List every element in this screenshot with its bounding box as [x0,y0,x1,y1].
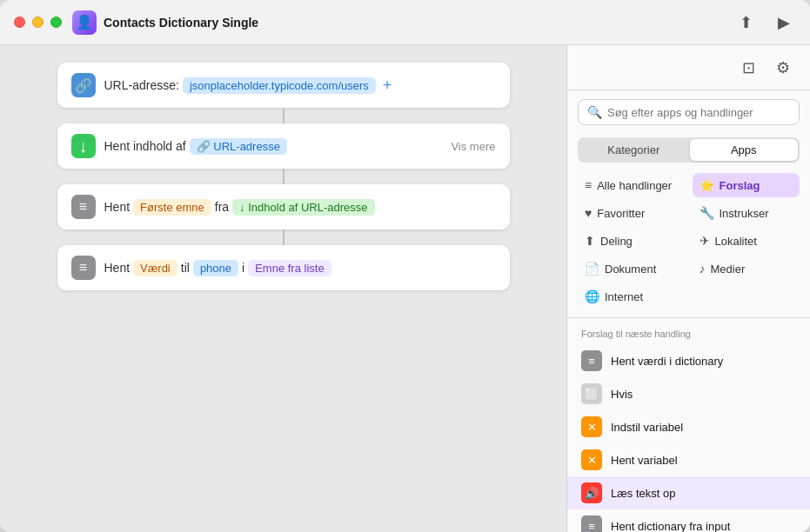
sug-indstil-var-icon: ✕ [581,416,602,437]
fetch-token[interactable]: 🔗 URL-adresse [190,138,287,155]
phone-token[interactable]: phone [193,260,238,276]
connector-1 [283,108,285,123]
fetch-card: ↓ Hent indhold af 🔗 URL-adresse Vis mere [57,123,510,169]
cat-lokalitet[interactable]: ✈ Lokalitet [693,229,800,253]
connector-3 [283,229,285,245]
suggestions-section: Forslag til næste handling ≡ Hent værdi … [567,318,810,532]
sug-hent-vaerdi-icon: ≡ [581,350,602,371]
url-card-icon: 🔗 [71,73,96,97]
cat-medier-label: Medier [711,263,746,276]
categories-grid: ≡ Alle handlinger ⭐ Forslag ♥ Favoritter… [567,170,810,318]
cat-internet[interactable]: 🌐 Internet [578,284,686,309]
traffic-lights [14,17,62,28]
sug-hvis-label: Hvis [611,388,633,401]
fullscreen-button[interactable] [50,17,62,28]
search-input[interactable] [607,106,790,119]
cat-medier[interactable]: ♪ Medier [693,256,800,281]
cat-alle[interactable]: ≡ Alle handlinger [578,173,686,197]
panel-settings-icon: ⚙ [776,58,790,77]
vis-mere-label[interactable]: Vis mere [451,140,495,153]
sug-laes-tekst-label: Læs tekst op [611,487,675,500]
cat-forslag[interactable]: ⭐ Forslag [693,173,800,197]
cat-instrukser-label: Instrukser [720,207,769,220]
play-icon: ▶ [778,13,790,32]
til-label: til [181,261,190,275]
category-tabs: Kategorier Apps [578,137,800,163]
fetch-card-content: Hent indhold af 🔗 URL-adresse [104,138,443,155]
get-first-card: ≡ Hent Første emne fra ↓ Indhold af URL-… [57,184,510,229]
sug-hent-var[interactable]: ✕ Hent variabel [567,443,810,476]
alle-icon: ≡ [585,178,592,192]
url-content-token[interactable]: ↓ Indhold af URL-adresse [232,199,374,216]
get-first-card-icon: ≡ [71,195,96,219]
app-window: 👤 Contacts Dictionary Single ⬆ ▶ 🔗 URL-a… [0,0,810,532]
cat-favoritter-label: Favoritter [597,207,645,220]
first-token[interactable]: Første emne [133,199,211,216]
sug-hvis-icon: ⬜ [581,383,602,404]
vaerdi-token[interactable]: Værdi [133,260,177,276]
url-label: URL-adresse: [104,78,179,92]
search-bar: 🔍 [578,99,800,125]
get-value-card: ≡ Hent Værdi til phone i Emne fra liste [57,245,510,290]
get-value-card-content: Hent Værdi til phone i Emne fra liste [104,260,496,276]
right-panel: ⊡ ⚙ 🔍 Kategorier Apps ≡ Alle handl [566,45,810,532]
lokalitet-icon: ✈ [700,234,710,248]
cat-favoritter[interactable]: ♥ Favoritter [578,201,686,225]
forslag-icon: ⭐ [700,178,714,192]
sug-indstil-var[interactable]: ✕ Indstil variabel [567,410,810,443]
favoritter-icon: ♥ [585,206,592,220]
share-button[interactable]: ⬆ [733,10,758,35]
sug-hent-vaerdi[interactable]: ≡ Hent værdi i dictionary [567,344,810,377]
cat-forslag-label: Forslag [720,179,760,192]
dokument-icon: 📄 [585,262,599,276]
cat-deling[interactable]: ⬆ Deling [578,229,686,253]
cat-deling-label: Deling [600,235,633,248]
titlebar: 👤 Contacts Dictionary Single ⬆ ▶ [0,0,810,45]
cat-dokument-label: Dokument [605,263,656,276]
cat-instrukser[interactable]: 🔧 Instrukser [693,201,800,225]
url-card: 🔗 URL-adresse: jsonplaceholder.typicode.… [57,63,510,108]
panel-toolbar: ⊡ ⚙ [567,45,810,90]
url-card-content: URL-adresse: jsonplaceholder.typicode.co… [104,76,496,95]
sug-hent-dict[interactable]: ≡ Hent dictionary fra input [567,509,810,532]
hent-label: Hent [104,261,131,275]
url-token[interactable]: jsonplaceholder.typicode.com/users [183,77,376,94]
sug-indstil-var-label: Indstil variabel [611,421,683,434]
sug-hent-dict-icon: ≡ [581,515,602,532]
tab-apps[interactable]: Apps [690,139,799,161]
cat-alle-label: Alle handlinger [597,179,672,192]
tab-kategorier[interactable]: Kategorier [579,139,688,161]
get-value-card-icon: ≡ [71,256,96,280]
fetch-label: Hent indhold af [104,139,186,153]
instrukser-icon: 🔧 [700,206,714,220]
main-content: 🔗 URL-adresse: jsonplaceholder.typicode.… [0,45,810,532]
share-icon: ⬆ [740,13,753,32]
suggestions-title: Forslag til næste handling [567,325,810,344]
sug-hent-vaerdi-label: Hent værdi i dictionary [611,355,723,368]
panel-view-button[interactable]: ⊡ [735,55,761,81]
window-title: Contacts Dictionary Single [104,16,733,30]
sug-laes-tekst[interactable]: 🔊 Læs tekst op [567,476,810,509]
deling-icon: ⬆ [585,234,595,248]
panel-settings-button[interactable]: ⚙ [770,55,796,81]
medier-icon: ♪ [700,262,706,276]
app-icon: 👤 [72,10,97,35]
search-icon: 🔍 [587,105,602,119]
sug-hvis[interactable]: ⬜ Hvis [567,377,810,410]
connector-2 [283,169,285,184]
fra-label: fra [215,200,229,214]
list-item-token[interactable]: Emne fra liste [248,260,331,276]
minimize-button[interactable] [32,17,44,28]
play-button[interactable]: ▶ [772,10,796,35]
i-label: i [242,261,244,275]
close-button[interactable] [14,17,25,28]
cat-lokalitet-label: Lokalitet [715,235,757,248]
sug-hent-var-label: Hent variabel [611,454,678,467]
get-label: Hent [104,200,131,214]
cat-dokument[interactable]: 📄 Dokument [578,256,686,281]
fetch-card-icon: ↓ [71,134,96,158]
flow-container: 🔗 URL-adresse: jsonplaceholder.typicode.… [26,63,540,290]
sug-laes-tekst-icon: 🔊 [581,482,602,503]
url-plus-button[interactable]: + [379,76,396,95]
sug-hent-dict-label: Hent dictionary fra input [611,520,730,533]
